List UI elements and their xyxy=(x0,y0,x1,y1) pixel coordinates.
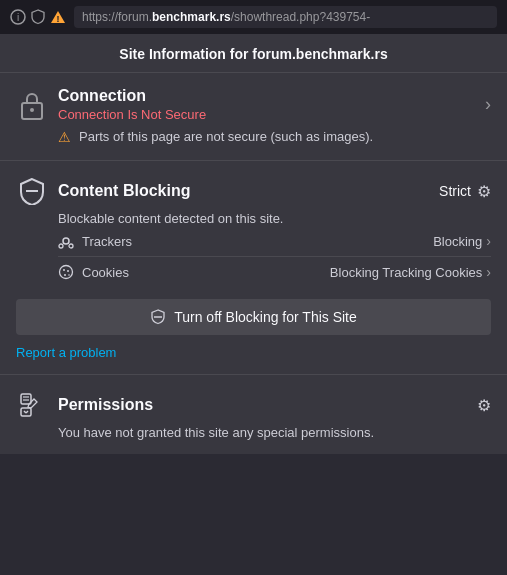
cookies-text: Cookies xyxy=(82,265,129,280)
browser-url[interactable]: https://forum.benchmark.rs/showthread.ph… xyxy=(74,6,497,28)
permissions-gear-icon[interactable]: ⚙ xyxy=(477,396,491,415)
svg-text:!: ! xyxy=(57,14,60,24)
svg-point-16 xyxy=(68,274,70,276)
svg-point-8 xyxy=(59,244,63,248)
svg-line-11 xyxy=(68,243,70,245)
svg-point-14 xyxy=(67,270,69,272)
panel-header: Site Information for forum.benchmark.rs xyxy=(0,34,507,73)
connection-warning-text: Parts of this page are not secure (such … xyxy=(79,128,373,146)
browser-bar: i ! https://forum.benchmark.rs/showthrea… xyxy=(0,0,507,34)
cookies-icon xyxy=(58,264,74,280)
permissions-title-area: Permissions xyxy=(58,396,467,414)
permissions-gear-area: ⚙ xyxy=(477,396,491,415)
trackers-icon xyxy=(58,233,74,249)
shield-off-icon xyxy=(150,309,166,325)
cookies-chevron: › xyxy=(486,264,491,280)
report-problem-link[interactable]: Report a problem xyxy=(16,345,116,360)
cookies-row[interactable]: Cookies Blocking Tracking Cookies › xyxy=(16,257,491,287)
svg-rect-18 xyxy=(21,394,31,404)
blocking-subtitle: Blockable content detected on this site. xyxy=(58,211,491,226)
svg-point-15 xyxy=(64,274,66,276)
connection-warning-icon: ⚠ xyxy=(58,129,71,145)
permissions-section: Permissions ⚙ You have not granted this … xyxy=(0,375,507,454)
cookies-label: Cookies xyxy=(58,264,129,280)
blocking-title: Content Blocking xyxy=(58,182,429,200)
svg-text:i: i xyxy=(17,12,19,23)
connection-title-area: Connection Connection Is Not Secure xyxy=(58,87,475,122)
blocking-title-area: Content Blocking xyxy=(58,182,429,200)
connection-section[interactable]: Connection Connection Is Not Secure › ⚠ … xyxy=(0,73,507,161)
panel-title: Site Information for forum.benchmark.rs xyxy=(119,46,387,62)
url-path: /showthread.php?439754- xyxy=(231,10,370,24)
trackers-label: Trackers xyxy=(58,233,132,249)
strict-label: Strict xyxy=(439,183,471,199)
url-prefix: https://forum. xyxy=(82,10,152,24)
cookies-status: Blocking Tracking Cookies › xyxy=(330,264,491,280)
svg-point-5 xyxy=(30,108,34,112)
trackers-chevron: › xyxy=(486,233,491,249)
trackers-row[interactable]: Trackers Blocking › xyxy=(16,226,491,256)
connection-chevron: › xyxy=(485,94,491,115)
info-icon: i xyxy=(10,9,26,25)
cookies-status-text: Blocking Tracking Cookies xyxy=(330,265,482,280)
permissions-header: Permissions ⚙ xyxy=(16,389,491,421)
svg-line-10 xyxy=(63,243,65,245)
connection-warning-row: ⚠ Parts of this page are not secure (suc… xyxy=(58,128,491,146)
turn-off-label: Turn off Blocking for This Site xyxy=(174,309,357,325)
connection-status: Connection Is Not Secure xyxy=(58,107,475,122)
shield-icon xyxy=(30,9,46,25)
content-blocking-section: Content Blocking Strict ⚙ Blockable cont… xyxy=(0,161,507,375)
permissions-icon xyxy=(16,389,48,421)
trackers-text: Trackers xyxy=(82,234,132,249)
gear-icon[interactable]: ⚙ xyxy=(477,182,491,201)
site-info-panel: Site Information for forum.benchmark.rs … xyxy=(0,34,507,454)
svg-line-22 xyxy=(24,411,26,413)
permissions-subtitle: You have not granted this site any speci… xyxy=(58,425,491,440)
url-domain: benchmark.rs xyxy=(152,10,231,24)
svg-line-23 xyxy=(26,411,28,413)
blocking-header: Content Blocking Strict ⚙ xyxy=(16,175,491,207)
blocking-shield-icon xyxy=(16,175,48,207)
connection-title: Connection xyxy=(58,87,475,105)
browser-icons: i ! xyxy=(10,9,66,25)
blocking-right: Strict ⚙ xyxy=(439,182,491,201)
trackers-status-text: Blocking xyxy=(433,234,482,249)
svg-point-13 xyxy=(63,269,65,271)
trackers-status: Blocking › xyxy=(433,233,491,249)
lock-icon xyxy=(16,89,48,121)
turn-off-button[interactable]: Turn off Blocking for This Site xyxy=(16,299,491,335)
svg-point-9 xyxy=(69,244,73,248)
permissions-title: Permissions xyxy=(58,396,467,414)
warning-icon: ! xyxy=(50,9,66,25)
svg-point-12 xyxy=(60,266,73,279)
